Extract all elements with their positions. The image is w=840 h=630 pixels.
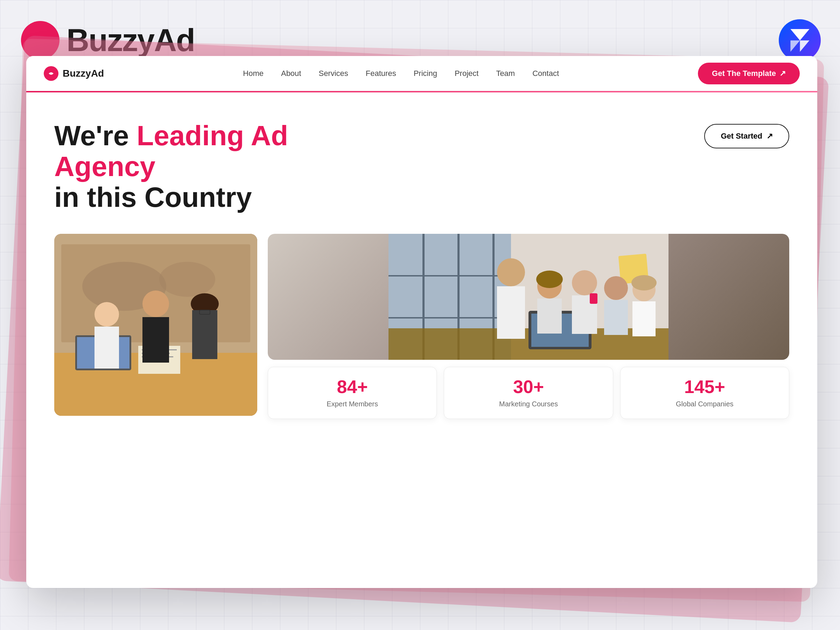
svg-rect-45 bbox=[632, 302, 655, 336]
navbar: BuzzyAd Home About Services Features Pri… bbox=[26, 56, 817, 91]
stat-number-0: 84+ bbox=[275, 377, 429, 396]
get-started-arrow: ↗ bbox=[766, 132, 773, 141]
framer-icon-button[interactable] bbox=[779, 19, 821, 61]
svg-rect-40 bbox=[590, 293, 597, 304]
nav-link-services[interactable]: Services bbox=[319, 69, 348, 78]
stat-card-2: 145+ Global Companies bbox=[620, 367, 789, 419]
browser-window: BuzzyAd Home About Services Features Pri… bbox=[26, 56, 817, 588]
get-template-button[interactable]: Get The Template ↗ bbox=[698, 63, 800, 84]
site-logo-icon bbox=[44, 66, 58, 81]
stat-card-0: 84+ Expert Members bbox=[268, 367, 437, 419]
svg-rect-16 bbox=[142, 317, 169, 363]
hero-title-part2: in this Country bbox=[54, 182, 252, 213]
svg-point-33 bbox=[497, 258, 525, 286]
svg-point-38 bbox=[572, 270, 597, 295]
nav-link-features[interactable]: Features bbox=[366, 69, 396, 78]
svg-point-15 bbox=[142, 291, 169, 317]
team-image bbox=[268, 234, 789, 360]
stat-number-2: 145+ bbox=[628, 377, 782, 396]
svg-rect-19 bbox=[192, 310, 217, 359]
hero-title-part1: We're bbox=[54, 120, 136, 151]
svg-rect-42 bbox=[604, 300, 628, 335]
logo-icon-svg bbox=[47, 69, 55, 77]
nav-link-contact[interactable]: Contact bbox=[532, 69, 559, 78]
svg-point-36 bbox=[536, 270, 563, 288]
team-scene-svg bbox=[268, 234, 789, 360]
right-content: 84+ Expert Members 30+ Marketing Courses… bbox=[268, 234, 789, 419]
svg-point-4 bbox=[159, 262, 215, 297]
site-logo-text: BuzzyAd bbox=[63, 68, 104, 79]
framer-logo-svg bbox=[789, 29, 811, 52]
stat-card-1: 30+ Marketing Courses bbox=[444, 367, 613, 419]
stat-number-1: 30+ bbox=[451, 377, 605, 396]
get-started-label: Get Started bbox=[721, 132, 762, 141]
get-template-arrow: ↗ bbox=[780, 69, 786, 78]
nav-link-home[interactable]: Home bbox=[243, 69, 264, 78]
stat-label-1: Marketing Courses bbox=[451, 400, 605, 408]
site-logo: BuzzyAd bbox=[44, 66, 104, 81]
nav-link-project[interactable]: Project bbox=[455, 69, 478, 78]
get-template-label: Get The Template bbox=[712, 69, 776, 78]
nav-link-team[interactable]: Team bbox=[496, 69, 515, 78]
nav-link-pricing[interactable]: Pricing bbox=[414, 69, 437, 78]
stat-label-2: Global Companies bbox=[628, 400, 782, 408]
hero-section: We're Leading Ad Agency in this Country … bbox=[26, 92, 817, 440]
svg-point-13 bbox=[95, 302, 119, 327]
svg-point-41 bbox=[604, 276, 628, 300]
images-row: 84+ Expert Members 30+ Marketing Courses… bbox=[54, 234, 789, 419]
stats-row: 84+ Expert Members 30+ Marketing Courses… bbox=[268, 367, 789, 419]
svg-rect-34 bbox=[497, 286, 525, 339]
office-image-left bbox=[54, 234, 257, 416]
stat-label-0: Expert Members bbox=[275, 400, 429, 408]
svg-rect-14 bbox=[95, 327, 119, 369]
hero-title: We're Leading Ad Agency in this Country bbox=[54, 120, 299, 213]
svg-rect-37 bbox=[537, 298, 562, 333]
svg-point-0 bbox=[50, 73, 52, 74]
nav-link-about[interactable]: About bbox=[281, 69, 302, 78]
hero-header: We're Leading Ad Agency in this Country … bbox=[54, 120, 789, 213]
get-started-button[interactable]: Get Started ↗ bbox=[704, 124, 789, 148]
svg-point-44 bbox=[632, 275, 657, 291]
office-scene-svg bbox=[54, 234, 257, 416]
nav-links: Home About Services Features Pricing Pro… bbox=[243, 69, 559, 78]
